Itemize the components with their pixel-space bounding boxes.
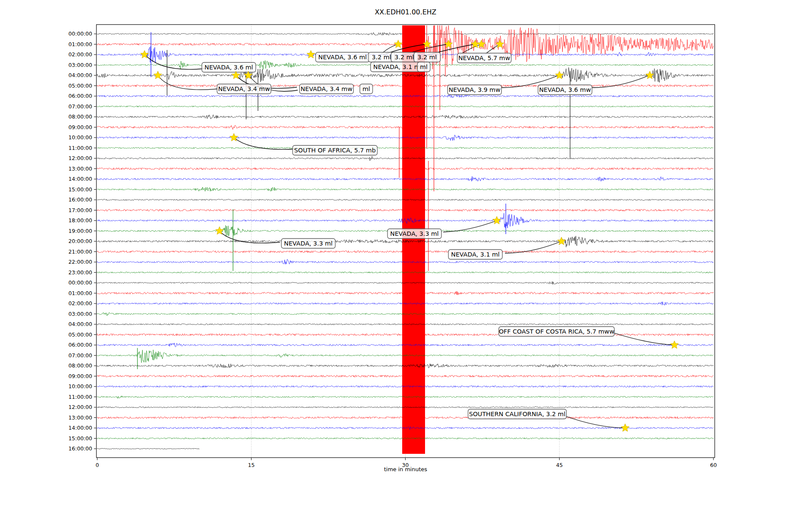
event-callout-label: 3.2 ml bbox=[414, 52, 441, 62]
svg-text:NEVADA, 5.7 mw: NEVADA, 5.7 mw bbox=[458, 55, 510, 61]
event-star-icon bbox=[216, 227, 224, 235]
svg-text:NEVADA, 3.3 ml: NEVADA, 3.3 ml bbox=[284, 240, 333, 247]
y-tick-label: 19:00:00 bbox=[69, 228, 92, 234]
svg-text:SOUTHERN CALIFORNIA, 3.2 ml: SOUTHERN CALIFORNIA, 3.2 ml bbox=[469, 411, 565, 417]
y-tick-label: 15:00:00 bbox=[69, 186, 92, 193]
y-tick-label: 06:00:00 bbox=[69, 342, 92, 348]
chart-title: XX.EDH01.00.EHZ bbox=[375, 8, 436, 16]
y-tick-label: 02:00:00 bbox=[69, 300, 92, 306]
x-tick-label: 60 bbox=[710, 462, 717, 468]
y-tick-label: 15:00:00 bbox=[69, 435, 92, 442]
x-tick-label: 45 bbox=[556, 462, 563, 468]
event-star-icon bbox=[555, 71, 563, 79]
svg-text:OFF COAST OF COSTA RICA, 5.7 m: OFF COAST OF COSTA RICA, 5.7 mww bbox=[499, 328, 614, 335]
y-tick-label: 22:00:00 bbox=[69, 259, 92, 265]
y-tick-label: 16:00:00 bbox=[69, 196, 92, 203]
y-tick-label: 00:00:00 bbox=[69, 30, 92, 37]
y-tick-label: 21:00:00 bbox=[69, 248, 92, 255]
svg-text:NEVADA, 3.3 ml: NEVADA, 3.3 ml bbox=[390, 230, 439, 237]
event-star-icon bbox=[670, 341, 678, 348]
y-tick-label: 07:00:00 bbox=[69, 352, 92, 359]
event-callout-label: NEVADA, 3.6 mw bbox=[538, 85, 592, 95]
x-axis-title: time in minutes bbox=[384, 466, 427, 472]
event-star-icon bbox=[307, 50, 315, 58]
helicorder-plot: XX.EDH01.00.EHZ 00:00:0001:00:0002:00:00… bbox=[0, 0, 812, 508]
event-callout-label: NEVADA, 5.7 mw bbox=[457, 53, 511, 63]
event-callout-label: NEVADA, 3.3 ml bbox=[281, 239, 335, 248]
y-tick-label: 04:00:00 bbox=[69, 72, 92, 78]
y-tick-label: 04:00:00 bbox=[69, 321, 92, 327]
event-callout-label: NEVADA, 3.6 ml bbox=[315, 52, 369, 62]
callout-connector bbox=[234, 138, 296, 149]
y-tick-label: 18:00:00 bbox=[69, 217, 92, 224]
svg-text:NEVADA, 3.4 mw: NEVADA, 3.4 mw bbox=[301, 86, 353, 92]
event-callout-label: NEVADA, 3.4 mw bbox=[217, 84, 271, 94]
event-star-icon bbox=[557, 237, 565, 245]
y-tick-label: 00:00:00 bbox=[69, 279, 92, 286]
y-tick-label: 23:00:00 bbox=[69, 269, 92, 276]
y-tick-label: 07:00:00 bbox=[69, 103, 92, 110]
svg-text:3.2 ml: 3.2 ml bbox=[372, 54, 391, 61]
svg-text:SOUTH OF AFRICA, 5.7 mb: SOUTH OF AFRICA, 5.7 mb bbox=[294, 147, 376, 154]
event-star-icon bbox=[394, 40, 402, 48]
y-tick-label: 08:00:00 bbox=[69, 362, 92, 369]
event-callout-label: NEVADA, 3.1 ml bbox=[448, 250, 502, 260]
event-callout-label: SOUTH OF AFRICA, 5.7 mb bbox=[293, 146, 377, 155]
event-callout-label: SOUTHERN CALIFORNIA, 3.2 ml bbox=[468, 409, 567, 419]
y-tick-label: 16:00:00 bbox=[69, 445, 92, 452]
x-tick-label: 0 bbox=[96, 462, 99, 468]
event-callout-label: NEVADA, 3.1 ml bbox=[370, 62, 424, 72]
helicorder-figure: XX.EDH01.00.EHZ 00:00:0001:00:0002:00:00… bbox=[0, 0, 812, 508]
y-tick-label: 09:00:00 bbox=[69, 124, 92, 130]
event-callout-label: ml bbox=[360, 84, 373, 94]
event-star-icon bbox=[493, 216, 501, 224]
svg-text:ml: ml bbox=[362, 86, 370, 92]
y-tick-label: 12:00:00 bbox=[69, 155, 92, 161]
event-star-icon bbox=[154, 71, 162, 79]
y-tick-label: 06:00:00 bbox=[69, 93, 92, 99]
svg-text:NEVADA, 3.6 ml: NEVADA, 3.6 ml bbox=[318, 54, 367, 61]
svg-text:3.2 ml: 3.2 ml bbox=[395, 54, 414, 61]
svg-text:NEVADA, 3.6 ml: NEVADA, 3.6 ml bbox=[205, 64, 253, 71]
y-tick-label: 02:00:00 bbox=[69, 51, 92, 58]
event-star-icon bbox=[477, 40, 486, 48]
event-callout-label: OFF COAST OF COSTA RICA, 5.7 mww bbox=[499, 327, 614, 337]
callout-connector bbox=[158, 75, 217, 90]
event-callout-label: NEVADA, 3.3 ml bbox=[387, 229, 441, 239]
svg-text:NEVADA, 3.1 ml: NEVADA, 3.1 ml bbox=[373, 64, 422, 70]
y-tick-label: 10:00:00 bbox=[69, 383, 92, 389]
y-tick-label: 17:00:00 bbox=[69, 207, 92, 213]
y-tick-label: 03:00:00 bbox=[69, 311, 92, 317]
callout-connector bbox=[219, 231, 280, 243]
callout-connector bbox=[443, 221, 497, 232]
event-callout-label: ml bbox=[417, 62, 430, 72]
y-tick-label: 11:00:00 bbox=[69, 394, 92, 400]
y-tick-label: 14:00:00 bbox=[69, 425, 92, 431]
svg-text:ml: ml bbox=[420, 64, 428, 70]
trace-row bbox=[97, 448, 200, 449]
svg-text:NEVADA, 3.1 ml: NEVADA, 3.1 ml bbox=[451, 251, 500, 258]
y-tick-label: 13:00:00 bbox=[69, 166, 92, 172]
y-tick-label: 05:00:00 bbox=[69, 331, 92, 338]
y-tick-label: 03:00:00 bbox=[69, 62, 92, 68]
y-tick-label: 11:00:00 bbox=[69, 145, 92, 151]
y-tick-label: 09:00:00 bbox=[69, 373, 92, 379]
event-callout-label: NEVADA, 3.4 mw bbox=[299, 84, 353, 94]
event-callout-label: 3.2 ml bbox=[391, 52, 418, 62]
y-tick-label: 08:00:00 bbox=[69, 113, 92, 120]
y-tick-label: 05:00:00 bbox=[69, 83, 92, 89]
svg-text:NEVADA, 3.4 mw: NEVADA, 3.4 mw bbox=[218, 86, 270, 92]
y-tick-label: 13:00:00 bbox=[69, 414, 92, 421]
svg-text:NEVADA, 3.6 mw: NEVADA, 3.6 mw bbox=[539, 86, 591, 93]
y-tick-label: 01:00:00 bbox=[69, 41, 92, 47]
clipped-event-column bbox=[402, 25, 425, 454]
y-tick-label: 10:00:00 bbox=[69, 134, 92, 141]
y-tick-label: 14:00:00 bbox=[69, 176, 92, 182]
event-star-icon bbox=[621, 424, 629, 431]
x-tick-label: 15 bbox=[248, 462, 255, 468]
y-tick-label: 01:00:00 bbox=[69, 290, 92, 296]
svg-text:3.2 ml: 3.2 ml bbox=[417, 54, 437, 61]
event-callout-label: NEVADA, 3.9 mw bbox=[447, 85, 501, 95]
callout-connector bbox=[145, 54, 205, 69]
y-tick-label: 20:00:00 bbox=[69, 238, 92, 244]
